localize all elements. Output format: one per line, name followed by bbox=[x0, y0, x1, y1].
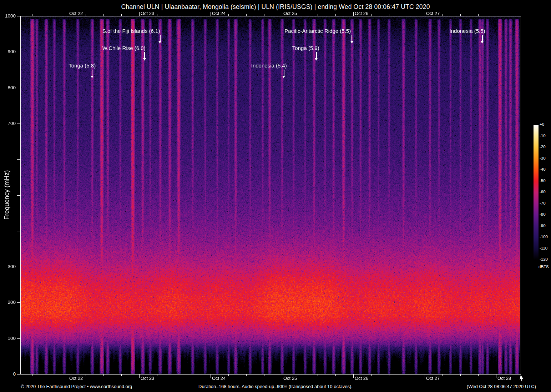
x-tick-minor-bottom bbox=[175, 374, 175, 376]
x-tick-major-top bbox=[68, 12, 68, 16]
colorbar-tick-label: -80 bbox=[540, 212, 546, 216]
x-tick-minor-bottom bbox=[318, 374, 318, 376]
colorbar-tick-label: -20 bbox=[540, 145, 546, 149]
x-tick-minor-bottom bbox=[103, 374, 104, 376]
earthquake-annotation-arrowhead bbox=[158, 41, 161, 44]
x-tick-minor-bottom bbox=[514, 374, 514, 376]
footer-render-time: (Wed Oct 28 08:06:47 2020 UTC) bbox=[467, 384, 536, 389]
x-tick-label-top: Oct 25 bbox=[283, 11, 297, 16]
y-tick-label: 1000 bbox=[0, 13, 16, 19]
x-tick-label-bottom: Oct 24 bbox=[212, 376, 226, 381]
x-tick-major-bottom bbox=[425, 374, 425, 378]
x-tick-major-top bbox=[353, 12, 354, 16]
colorbar-tick-label: +0 bbox=[540, 122, 544, 126]
colorbar-tick-label: -30 bbox=[540, 156, 546, 160]
x-tick-major-bottom bbox=[211, 374, 211, 378]
mouse-cursor-icon bbox=[520, 375, 526, 383]
y-tick-label: 700 bbox=[0, 121, 16, 126]
x-tick-label-bottom: Oct 27 bbox=[426, 376, 440, 381]
y-tick bbox=[17, 52, 21, 52]
x-tick-major-top bbox=[282, 12, 282, 16]
y-tick-label: 300 bbox=[0, 264, 16, 269]
x-tick-minor-top bbox=[50, 14, 50, 16]
x-tick-label-top: Oct 27 bbox=[426, 11, 440, 16]
colorbar-gradient bbox=[534, 125, 539, 260]
x-tick-minor-top bbox=[318, 14, 318, 16]
earthquake-annotation-arrowhead bbox=[315, 58, 318, 61]
x-tick-minor-bottom bbox=[389, 374, 389, 376]
x-tick-minor-top bbox=[246, 14, 247, 16]
x-tick-minor-top bbox=[193, 14, 193, 16]
x-tick-minor-top bbox=[157, 14, 157, 16]
x-tick-major-top bbox=[211, 12, 211, 16]
x-tick-major-bottom bbox=[139, 374, 140, 378]
y-tick-label: 100 bbox=[0, 336, 16, 341]
earthquake-annotation-label: W.Chile Rise (6.0) bbox=[102, 45, 146, 51]
x-tick-label-bottom: Oct 26 bbox=[355, 376, 368, 381]
x-tick-minor-bottom bbox=[371, 374, 371, 376]
earthquake-annotation-arrow bbox=[92, 70, 92, 76]
x-tick-label-bottom: Oct 22 bbox=[69, 376, 83, 381]
earthquake-annotation-arrow bbox=[144, 52, 145, 58]
x-tick-minor-top bbox=[264, 14, 264, 16]
earthquake-annotation-label: S.of the Fiji Islands (6.1) bbox=[102, 28, 160, 34]
x-tick-major-bottom bbox=[353, 374, 354, 378]
earthquake-annotation-label: Tonga (5.8) bbox=[69, 62, 96, 69]
y-tick bbox=[17, 267, 21, 267]
spectrogram-canvas bbox=[21, 16, 520, 374]
earthquake-annotation-arrow bbox=[352, 35, 352, 41]
earthquake-annotation-arrow bbox=[160, 35, 161, 41]
x-tick-minor-bottom bbox=[228, 374, 229, 376]
earthquake-annotation-arrow bbox=[284, 70, 284, 76]
x-tick-label-top: Oct 24 bbox=[212, 11, 226, 16]
earthquake-annotation-label: Tonga (5.9) bbox=[292, 45, 319, 51]
y-tick bbox=[17, 195, 21, 196]
y-tick-label: 900 bbox=[0, 49, 16, 54]
x-tick-minor-top bbox=[86, 14, 86, 16]
x-tick-minor-bottom bbox=[246, 374, 247, 376]
x-tick-label-top: Oct 22 bbox=[69, 11, 83, 16]
x-tick-minor-bottom bbox=[478, 374, 479, 376]
x-tick-minor-bottom bbox=[50, 374, 50, 376]
colorbar-tick-label: -90 bbox=[540, 223, 546, 228]
y-tick bbox=[17, 231, 21, 231]
x-tick-minor-top bbox=[175, 14, 175, 16]
x-tick-major-bottom bbox=[68, 374, 68, 378]
earthquake-annotation-arrowhead bbox=[481, 41, 484, 44]
colorbar-tick-label: -100 bbox=[540, 235, 548, 239]
x-tick-major-top bbox=[425, 12, 425, 16]
x-tick-label-top: Oct 23 bbox=[141, 11, 154, 16]
x-tick-label-top: Oct 26 bbox=[355, 11, 368, 16]
earthquake-annotation-arrow bbox=[316, 52, 317, 58]
earthquake-annotation-arrowhead bbox=[350, 41, 353, 44]
x-tick-major-bottom bbox=[282, 374, 282, 378]
y-tick bbox=[17, 16, 21, 16]
earthquake-annotation-arrowhead bbox=[143, 58, 146, 61]
x-tick-minor-bottom bbox=[264, 374, 264, 376]
earthquake-annotation-label: Indonesia (5.5) bbox=[450, 28, 485, 34]
x-tick-minor-top bbox=[443, 14, 443, 16]
x-tick-minor-top bbox=[32, 14, 32, 16]
y-tick bbox=[17, 88, 21, 88]
x-tick-minor-bottom bbox=[32, 374, 32, 376]
y-tick bbox=[17, 159, 21, 160]
x-tick-minor-top bbox=[460, 14, 461, 16]
x-tick-minor-bottom bbox=[335, 374, 336, 376]
colorbar-tick-label: -110 bbox=[540, 246, 547, 250]
colorbar-unit-label: dBFS bbox=[539, 265, 549, 269]
x-tick-label-bottom: Oct 25 bbox=[283, 376, 297, 381]
x-tick-minor-top bbox=[407, 14, 407, 16]
x-tick-minor-top bbox=[335, 14, 336, 16]
x-tick-minor-bottom bbox=[157, 374, 157, 376]
x-tick-minor-bottom bbox=[407, 374, 407, 376]
x-tick-minor-top bbox=[371, 14, 371, 16]
earthquake-annotation-label: Indonesia (5.4) bbox=[251, 62, 287, 69]
y-axis-title-text: Frequency (mHz) bbox=[3, 170, 11, 220]
spectrogram-figure: Channel ULN | Ulaanbaatar, Mongolia (sei… bbox=[0, 0, 551, 392]
y-tick-label: 0 bbox=[0, 371, 16, 377]
chart-title: Channel ULN | Ulaanbaatar, Mongolia (sei… bbox=[0, 3, 551, 11]
y-tick-label: 800 bbox=[0, 85, 16, 90]
y-tick-label: 200 bbox=[0, 300, 16, 305]
x-tick-label-bottom: Oct 28 bbox=[497, 376, 511, 381]
x-tick-minor-bottom bbox=[86, 374, 86, 376]
